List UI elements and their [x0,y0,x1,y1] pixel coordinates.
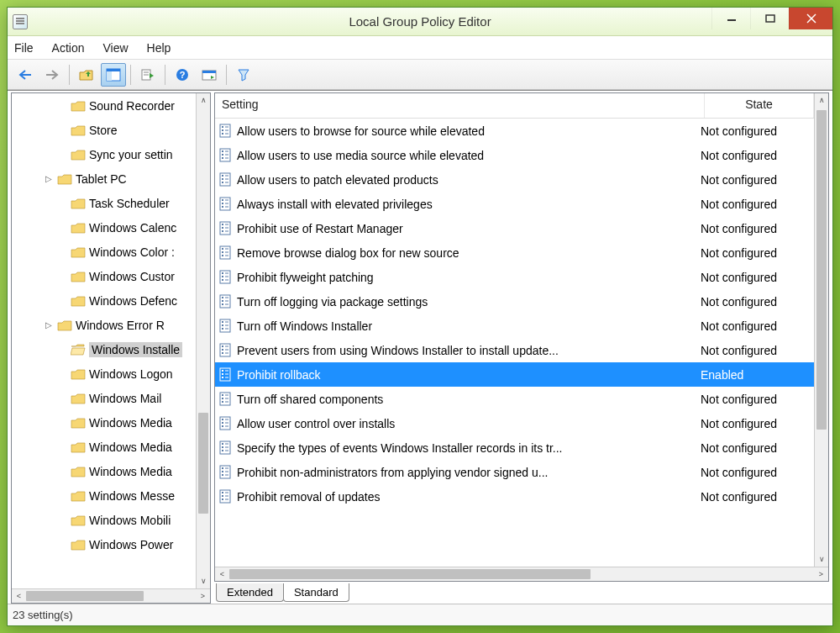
tree-item[interactable]: Windows Media [12,459,196,483]
setting-row[interactable]: Prohibit removal of updatesNot configure… [215,484,814,509]
minimize-button[interactable] [711,8,750,29]
setting-state: Enabled [701,368,814,382]
tree-horizontal-scrollbar[interactable]: < > [12,588,210,603]
menu-action[interactable]: Action [52,41,85,55]
properties-icon [202,68,217,82]
svg-rect-6 [107,69,120,71]
list-horizontal-scrollbar[interactable]: < > [215,567,828,581]
tree-item[interactable]: Sound Recorder [12,93,196,118]
tree-item[interactable]: Windows Defenc [12,288,196,313]
svg-rect-23 [222,154,223,156]
toolbar-separator [165,65,165,85]
svg-rect-101 [222,425,223,427]
svg-rect-71 [222,321,223,323]
list-vertical-scrollbar[interactable]: ∧ ∨ [814,93,828,567]
scroll-right-arrow-icon[interactable]: > [814,570,828,578]
tab-extended[interactable]: Extended [216,583,284,602]
svg-rect-64 [222,297,223,298]
setting-row[interactable]: Allow user control over installsNot conf… [215,411,814,435]
setting-row[interactable]: Prohibit rollbackEnabled [215,362,814,387]
column-header-setting[interactable]: Setting [215,93,705,118]
setting-row[interactable]: Prohibit flyweight patchingNot configure… [215,265,814,289]
export-list-button[interactable] [135,63,160,87]
filter-button[interactable] [231,63,256,87]
tree-item[interactable]: Windows Mail [12,386,196,410]
tree-item[interactable]: Task Scheduler [12,191,196,215]
setting-row[interactable]: Allow users to browse for source while e… [215,119,814,143]
setting-row[interactable]: Allow users to use media source while el… [215,143,814,167]
tree-item[interactable]: Windows Installe [12,337,196,361]
scroll-left-arrow-icon[interactable]: < [215,570,229,578]
menu-file[interactable]: File [14,41,34,55]
tree-item[interactable]: Windows Logon [12,361,196,386]
setting-row[interactable]: Always install with elevated privilegesN… [215,192,814,216]
scrollbar-thumb[interactable] [198,413,208,514]
settings-list[interactable]: Allow users to browse for source while e… [215,119,814,567]
tree-item-label: Windows Defenc [89,294,177,308]
scroll-down-arrow-icon[interactable]: ∨ [815,552,828,567]
setting-row[interactable]: Prohibit non-administrators from applyin… [215,460,814,484]
policy-icon [218,172,234,187]
tree-body[interactable]: Sound RecorderStoreSync your settin▷Tabl… [12,93,196,588]
expand-toggle-icon[interactable]: ▷ [45,320,57,330]
policy-icon [218,392,234,407]
menu-view[interactable]: View [102,41,128,55]
tree-item[interactable]: Windows Messe [12,483,196,508]
svg-rect-43 [222,224,223,225]
toolbar-separator [226,65,227,85]
properties-button[interactable] [197,63,222,87]
scroll-down-arrow-icon[interactable]: ∨ [197,574,210,588]
policy-icon [218,343,234,358]
svg-rect-79 [222,349,223,351]
back-button[interactable] [13,63,38,87]
forward-button[interactable] [39,63,65,87]
titlebar[interactable]: Local Group Policy Editor [8,8,832,36]
setting-state: Not configured [701,271,814,284]
svg-rect-58 [222,276,223,277]
scroll-up-arrow-icon[interactable]: ∧ [815,93,828,108]
scrollbar-thumb[interactable] [26,591,144,601]
arrow-left-icon [18,69,33,81]
setting-row[interactable]: Turn off Windows InstallerNot configured [215,314,814,338]
menu-help[interactable]: Help [147,41,171,55]
setting-row[interactable]: Turn off logging via package settingsNot… [215,289,814,314]
tree-item[interactable]: ▷Windows Error R [12,313,196,337]
scrollbar-thumb[interactable] [229,569,591,579]
close-button[interactable] [789,8,832,29]
maximize-button[interactable] [750,8,789,29]
setting-row[interactable]: Allow users to patch elevated productsNo… [215,167,814,192]
setting-row[interactable]: Prevent users from using Windows Install… [215,338,814,362]
svg-rect-22 [222,150,223,152]
expand-toggle-icon[interactable]: ▷ [45,174,57,183]
tree-item[interactable]: Windows Custor [12,264,196,288]
tree-item[interactable]: Sync your settin [12,142,196,166]
up-folder-button[interactable] [74,63,99,87]
scrollbar-thumb[interactable] [816,110,827,430]
tree-item[interactable]: ▷Tablet PC [12,166,196,191]
tab-standard[interactable]: Standard [283,583,349,602]
tree-vertical-scrollbar[interactable]: ∧ ∨ [196,93,210,588]
setting-row[interactable]: Remove browse dialog box for new sourceN… [215,240,814,265]
tree-item[interactable]: Windows Media [12,435,196,459]
folder-icon [57,319,72,331]
show-hide-tree-button[interactable] [101,63,126,87]
tree-item[interactable]: Windows Color : [12,240,196,264]
scroll-left-arrow-icon[interactable]: < [12,592,26,600]
setting-state: Not configured [701,149,814,162]
setting-row[interactable]: Prohibit use of Restart ManagerNot confi… [215,216,814,240]
tree-item-label: Tablet PC [76,172,127,186]
column-header-state[interactable]: State [705,93,814,118]
help-button[interactable]: ? [170,63,195,87]
tree-item-label: Windows Power [89,538,173,551]
tree-item[interactable]: Windows Calenc [12,215,196,240]
tree-item[interactable]: Windows Mobili [12,508,196,532]
tree-item[interactable]: Windows Power [12,532,196,557]
scroll-up-arrow-icon[interactable]: ∧ [197,93,210,108]
setting-name: Prohibit flyweight patching [237,271,701,284]
tree-item[interactable]: Windows Media [12,410,196,435]
scroll-right-arrow-icon[interactable]: > [196,592,210,600]
setting-row[interactable]: Turn off shared componentsNot configured [215,387,814,411]
tree-item-label: Windows Mail [89,392,161,405]
setting-row[interactable]: Specify the types of events Windows Inst… [215,435,814,460]
tree-item[interactable]: Store [12,118,196,142]
